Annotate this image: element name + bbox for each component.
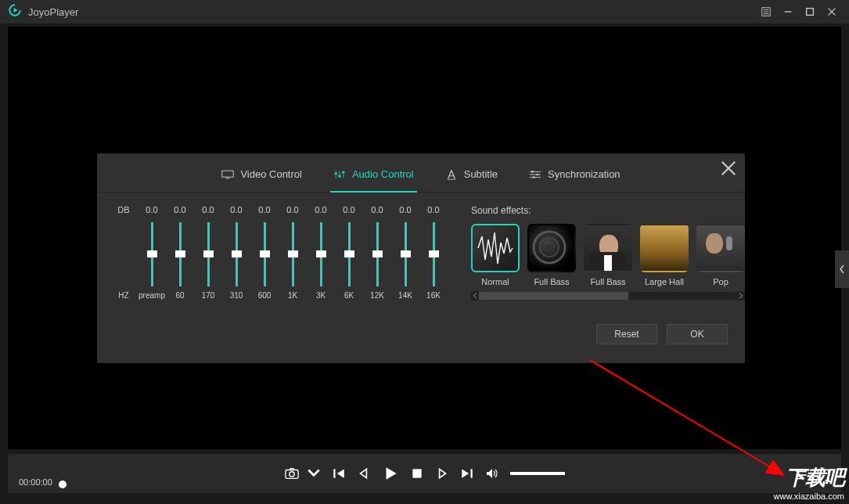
- close-modal-button[interactable]: [720, 160, 737, 177]
- eq-handle[interactable]: [372, 250, 383, 257]
- effect-thumb-pop: [696, 224, 745, 272]
- eq-band-label: preamp: [139, 291, 165, 302]
- sliders-icon: [529, 169, 541, 180]
- effect-label: Full Bass: [590, 277, 625, 286]
- eq-value: 0.0: [371, 205, 383, 218]
- tab-video-control[interactable]: Video Control: [221, 164, 302, 192]
- eq-slider-preamp[interactable]: [151, 222, 153, 286]
- watermark: 下载吧 www.xiazaiba.com: [774, 464, 844, 501]
- watermark-text: 下载吧: [774, 464, 844, 491]
- eq-band-label: 310: [230, 291, 243, 302]
- step-forward-button[interactable]: [435, 466, 449, 481]
- play-button[interactable]: [382, 465, 399, 482]
- effect-full-bass-2[interactable]: Full Bass: [584, 224, 632, 286]
- scroll-thumb[interactable]: [479, 292, 628, 300]
- svg-rect-30: [333, 469, 335, 477]
- previous-button[interactable]: [332, 466, 346, 481]
- eq-hz-label: HZ: [118, 291, 128, 302]
- title-bar: JoyoPlayer: [0, 0, 849, 23]
- svg-rect-17: [342, 171, 344, 173]
- eq-slider-14k[interactable]: [405, 222, 407, 286]
- eq-handle[interactable]: [344, 250, 354, 257]
- eq-handle[interactable]: [203, 250, 214, 257]
- eq-slider-310[interactable]: [236, 222, 238, 286]
- minimize-button[interactable]: [779, 2, 797, 21]
- seek-bar[interactable]: [59, 481, 67, 488]
- effect-thumb-normal: [471, 224, 520, 272]
- eq-band-label: 3K: [316, 291, 326, 302]
- next-button[interactable]: [460, 466, 474, 481]
- eq-slider-12k[interactable]: [376, 222, 379, 286]
- scroll-track[interactable]: [479, 292, 737, 300]
- eq-handle[interactable]: [260, 250, 270, 257]
- eq-band-label: 6K: [344, 291, 354, 302]
- tab-label: Video Control: [240, 168, 302, 180]
- eq-handle[interactable]: [147, 250, 157, 257]
- volume-slider[interactable]: [510, 472, 565, 475]
- time-elapsed: 00:00:00: [19, 477, 52, 487]
- eq-value: 0.0: [399, 205, 411, 218]
- side-panel-handle[interactable]: [835, 250, 849, 288]
- close-window-button[interactable]: [822, 2, 841, 21]
- svg-rect-15: [335, 172, 337, 174]
- scroll-left-button[interactable]: [471, 291, 479, 301]
- eq-band-label: 1K: [288, 291, 297, 302]
- eq-slider-1k[interactable]: [292, 222, 294, 286]
- snapshot-button[interactable]: [285, 466, 299, 481]
- effect-thumb-hall: [640, 224, 689, 272]
- effect-label: Large Hall: [645, 277, 684, 286]
- snapshot-menu-icon[interactable]: [307, 466, 321, 481]
- eq-handle[interactable]: [232, 250, 242, 257]
- effect-full-bass-1[interactable]: Full Bass: [527, 224, 576, 286]
- eq-slider-600[interactable]: [264, 222, 266, 286]
- eq-handle[interactable]: [316, 250, 326, 257]
- equalizer: DB HZ 0.0 preamp 0.0 60 0.0 170 0.0: [114, 205, 443, 318]
- volume-button[interactable]: [485, 466, 499, 481]
- app-logo-icon: [8, 3, 22, 20]
- reset-button[interactable]: Reset: [596, 324, 657, 344]
- list-icon[interactable]: [757, 2, 775, 21]
- scroll-right-button[interactable]: [737, 291, 745, 301]
- eq-slider-16k[interactable]: [433, 222, 435, 286]
- eq-handle[interactable]: [288, 250, 298, 257]
- monitor-icon: [221, 169, 234, 180]
- eq-handle[interactable]: [429, 250, 439, 257]
- eq-value: 0.0: [174, 205, 185, 218]
- sound-effects-label: Sound effects:: [471, 205, 745, 216]
- eq-value: 0.0: [286, 205, 298, 218]
- step-back-button[interactable]: [357, 466, 371, 481]
- subtitle-a-icon: [445, 169, 458, 180]
- effect-normal[interactable]: Normal: [471, 224, 520, 286]
- eq-value: 0.0: [315, 205, 326, 218]
- eq-slider-3k[interactable]: [320, 222, 322, 286]
- effect-large-hall[interactable]: Large Hall: [640, 224, 689, 286]
- stop-button[interactable]: [410, 466, 424, 481]
- seek-handle[interactable]: [59, 481, 67, 488]
- effect-label: Normal: [481, 277, 509, 286]
- eq-handle[interactable]: [401, 250, 411, 257]
- eq-band-label: 14K: [398, 291, 412, 302]
- tab-subtitle[interactable]: Subtitle: [445, 164, 498, 192]
- equalizer-icon: [333, 169, 346, 180]
- effect-label: Full Bass: [534, 277, 569, 286]
- tab-label: Synchronization: [548, 168, 621, 180]
- effect-pop[interactable]: Pop: [696, 224, 745, 286]
- eq-slider-60[interactable]: [179, 222, 182, 286]
- eq-value: 0.0: [146, 205, 157, 218]
- tab-audio-control[interactable]: Audio Control: [333, 164, 414, 192]
- svg-point-27: [545, 243, 553, 251]
- watermark-url: www.xiazaiba.com: [774, 491, 844, 501]
- svg-rect-10: [222, 171, 233, 177]
- eq-value: 0.0: [258, 205, 270, 218]
- maximize-button[interactable]: [800, 2, 819, 21]
- player-controls: 00:00:00: [8, 454, 841, 493]
- eq-handle[interactable]: [175, 250, 185, 257]
- ok-button[interactable]: OK: [667, 324, 728, 344]
- eq-band-label: 60: [175, 291, 184, 302]
- sound-effects-panel: Sound effects: Normal Full Bass: [471, 205, 745, 318]
- eq-slider-170[interactable]: [207, 222, 210, 286]
- eq-slider-6k[interactable]: [348, 222, 351, 286]
- tab-synchronization[interactable]: Synchronization: [529, 164, 621, 192]
- eq-band-label: 170: [202, 291, 215, 302]
- svg-rect-5: [807, 9, 814, 16]
